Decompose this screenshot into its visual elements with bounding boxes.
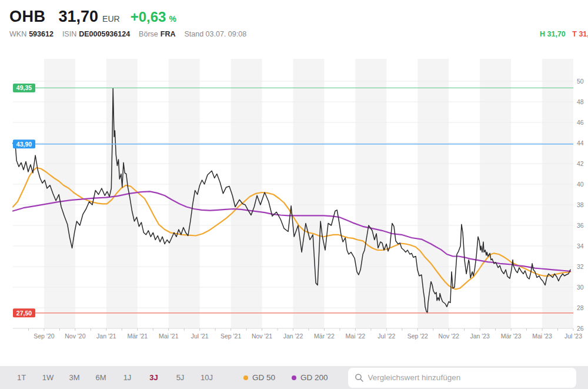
quote-row: OHB 31,70 EUR +0,63 % (9, 8, 588, 26)
x-axis-label: Mai '21 (159, 333, 179, 340)
indicator-legend: GD 50 GD 200 (243, 373, 345, 382)
day-high-low: H 31,70 T 31,70 (540, 30, 588, 38)
reference-badge-label: 27,50 (16, 310, 32, 317)
y-axis-label: 46 (577, 119, 584, 126)
legend-gd50[interactable]: GD 50 (243, 373, 275, 382)
gd200-dot-icon (292, 375, 296, 380)
y-axis-label: 30 (577, 284, 584, 291)
period-button-1t[interactable]: 1T (8, 366, 35, 389)
quote-timestamp: Stand 03.07. 09:08 (184, 30, 246, 38)
price-chart[interactable]: 50484644424038363432302826Sep '20Nov '20… (0, 0, 588, 364)
background-stripe (542, 59, 573, 328)
period-button-5j[interactable]: 5J (167, 366, 193, 389)
exchange: BörseFRA (139, 30, 175, 38)
x-axis-label: Sep '22 (407, 333, 428, 340)
x-axis-label: Jan '23 (470, 333, 490, 340)
period-button-3j[interactable]: 3J (141, 366, 167, 389)
isin: ISINDE0005936124 (62, 30, 130, 38)
compare-search-input[interactable] (348, 368, 576, 388)
x-axis-label: Nov '20 (65, 333, 85, 340)
background-stripe (44, 59, 75, 328)
x-axis-label: Jul '23 (564, 333, 582, 340)
y-axis-label: 36 (577, 222, 584, 229)
y-axis-label: 40 (577, 181, 584, 188)
y-axis-label: 48 (577, 98, 584, 105)
x-axis-label: Sep '20 (34, 333, 54, 340)
reference-badge-label: 49,35 (16, 84, 32, 91)
percent-sign: % (169, 14, 176, 24)
period-button-10j[interactable]: 10J (193, 366, 220, 389)
y-axis-label: 42 (577, 160, 584, 167)
x-axis-label: Mär '22 (314, 333, 335, 340)
compare-search (348, 368, 576, 388)
background-stripe (480, 59, 511, 328)
y-axis-label: 32 (577, 263, 584, 270)
reference-badge-label: 43,90 (16, 141, 32, 148)
chart-toolbar: 1T 1W 3M 6M 1J 3J 5J 10J GD 50 GD 200 (0, 366, 588, 389)
x-axis-label: Nov '21 (252, 333, 272, 340)
y-axis-label: 34 (577, 242, 584, 250)
period-button-1j[interactable]: 1J (114, 366, 141, 389)
x-axis-label: Nov '22 (439, 333, 459, 340)
period-button-1w[interactable]: 1W (35, 366, 61, 389)
x-axis-label: Jul '22 (377, 333, 395, 340)
y-axis-label: 28 (577, 304, 584, 311)
header: OHB 31,70 EUR +0,63 % WKN593612 ISINDE00… (0, 0, 588, 47)
gd50-dot-icon (243, 375, 248, 380)
period-button-6m[interactable]: 6M (88, 366, 114, 389)
x-axis-label: Mai '23 (532, 333, 552, 340)
x-axis-label: Jan '21 (96, 333, 116, 340)
instrument-meta-row: WKN593612 ISINDE0005936124 BörseFRA Stan… (9, 30, 588, 38)
x-axis-label: Jan '22 (283, 333, 303, 340)
background-stripe (293, 59, 325, 328)
legend-gd200[interactable]: GD 200 (292, 373, 328, 382)
wkn: WKN593612 (9, 30, 54, 38)
y-axis-label: 38 (577, 201, 584, 208)
x-axis-label: Mär '21 (127, 333, 148, 340)
background-stripe (169, 59, 200, 328)
current-price: 31,70 (59, 8, 99, 26)
y-axis-label: 50 (577, 78, 584, 85)
period-button-3m[interactable]: 3M (61, 366, 88, 389)
currency-label: EUR (102, 14, 120, 24)
day-high: H 31,70 (540, 30, 566, 38)
x-axis-label: Sep '21 (220, 333, 241, 340)
y-axis-label: 44 (577, 139, 584, 147)
price-change: +0,63 (131, 9, 166, 25)
stock-symbol: OHB (9, 8, 46, 26)
x-axis-label: Jul '21 (191, 333, 209, 340)
search-icon (355, 373, 364, 383)
background-stripe (355, 59, 386, 328)
x-axis-label: Mär '23 (501, 333, 522, 340)
x-axis-label: Mai '22 (346, 333, 366, 340)
day-low: T 31,70 (572, 30, 588, 38)
y-axis-label: 26 (577, 325, 584, 332)
